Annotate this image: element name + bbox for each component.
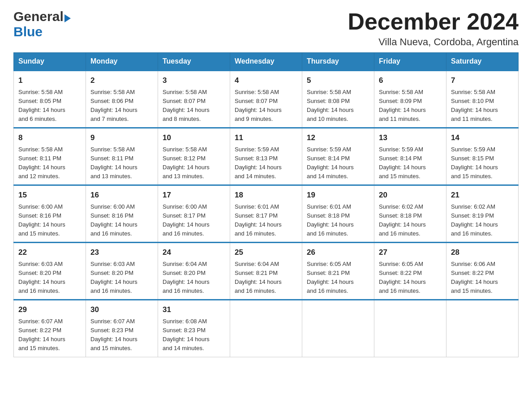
calendar-cell: 22Sunrise: 6:03 AMSunset: 8:20 PMDayligh… — [14, 243, 86, 300]
day-number: 24 — [163, 247, 225, 258]
day-number: 14 — [451, 132, 514, 144]
col-friday: Friday — [374, 53, 446, 71]
day-number: 19 — [307, 189, 369, 201]
day-info: Sunrise: 6:00 AMSunset: 8:17 PMDaylight:… — [163, 202, 225, 239]
day-number: 15 — [18, 189, 81, 201]
day-number: 29 — [18, 304, 81, 316]
calendar-table: Sunday Monday Tuesday Wednesday Thursday… — [13, 52, 519, 357]
calendar-cell: 28Sunrise: 6:06 AMSunset: 8:22 PMDayligh… — [446, 243, 519, 300]
day-info: Sunrise: 5:58 AMSunset: 8:10 PMDaylight:… — [451, 88, 514, 124]
day-number: 3 — [163, 75, 225, 86]
col-thursday: Thursday — [302, 53, 374, 71]
logo-general: General — [13, 9, 64, 24]
day-number: 25 — [235, 247, 297, 258]
calendar-cell: 19Sunrise: 6:01 AMSunset: 8:18 PMDayligh… — [302, 185, 374, 243]
calendar-cell: 7Sunrise: 5:58 AMSunset: 8:10 PMDaylight… — [446, 71, 519, 128]
col-tuesday: Tuesday — [158, 53, 230, 71]
page-header: General Blue December 2024 Villa Nueva, … — [13, 9, 519, 48]
day-info: Sunrise: 5:59 AMSunset: 8:13 PMDaylight:… — [235, 145, 297, 181]
calendar-cell: 24Sunrise: 6:04 AMSunset: 8:20 PMDayligh… — [158, 243, 230, 300]
calendar-cell: 5Sunrise: 5:58 AMSunset: 8:08 PMDaylight… — [302, 71, 374, 128]
day-number: 13 — [379, 132, 442, 144]
day-info: Sunrise: 6:05 AMSunset: 8:21 PMDaylight:… — [307, 260, 369, 296]
day-info: Sunrise: 6:03 AMSunset: 8:20 PMDaylight:… — [90, 260, 153, 296]
day-info: Sunrise: 5:58 AMSunset: 8:07 PMDaylight:… — [163, 88, 225, 124]
calendar-cell: 21Sunrise: 6:02 AMSunset: 8:19 PMDayligh… — [446, 185, 519, 243]
day-number: 22 — [18, 247, 81, 258]
day-info: Sunrise: 5:58 AMSunset: 8:05 PMDaylight:… — [18, 88, 81, 124]
logo-blue: Blue — [13, 24, 43, 39]
day-number: 5 — [307, 75, 369, 86]
day-info: Sunrise: 6:01 AMSunset: 8:17 PMDaylight:… — [235, 202, 297, 239]
day-number: 17 — [163, 189, 225, 201]
day-number: 23 — [90, 247, 153, 258]
day-number: 11 — [235, 132, 297, 144]
calendar-cell: 16Sunrise: 6:00 AMSunset: 8:16 PMDayligh… — [86, 185, 158, 243]
calendar-week-4: 22Sunrise: 6:03 AMSunset: 8:20 PMDayligh… — [14, 243, 519, 300]
day-info: Sunrise: 6:04 AMSunset: 8:21 PMDaylight:… — [235, 260, 297, 296]
calendar-cell: 8Sunrise: 5:58 AMSunset: 8:11 PMDaylight… — [14, 128, 86, 185]
day-number: 12 — [307, 132, 369, 144]
calendar-cell: 12Sunrise: 5:59 AMSunset: 8:14 PMDayligh… — [302, 128, 374, 185]
calendar-week-5: 29Sunrise: 6:07 AMSunset: 8:22 PMDayligh… — [14, 300, 519, 357]
day-number: 2 — [90, 75, 153, 86]
calendar-cell: 1Sunrise: 5:58 AMSunset: 8:05 PMDaylight… — [14, 71, 86, 128]
day-number: 8 — [18, 132, 81, 144]
day-info: Sunrise: 5:59 AMSunset: 8:15 PMDaylight:… — [451, 145, 514, 181]
day-number: 4 — [235, 75, 297, 86]
day-info: Sunrise: 6:00 AMSunset: 8:16 PMDaylight:… — [18, 202, 81, 239]
calendar-cell: 6Sunrise: 5:58 AMSunset: 8:09 PMDaylight… — [374, 71, 446, 128]
calendar-cell: 25Sunrise: 6:04 AMSunset: 8:21 PMDayligh… — [230, 243, 302, 300]
day-number: 27 — [379, 247, 442, 258]
day-info: Sunrise: 6:01 AMSunset: 8:18 PMDaylight:… — [307, 202, 369, 239]
day-number: 7 — [451, 75, 514, 86]
calendar-cell: 23Sunrise: 6:03 AMSunset: 8:20 PMDayligh… — [86, 243, 158, 300]
col-monday: Monday — [86, 53, 158, 71]
calendar-cell — [446, 300, 519, 357]
calendar-week-2: 8Sunrise: 5:58 AMSunset: 8:11 PMDaylight… — [14, 128, 519, 185]
calendar-cell: 13Sunrise: 5:59 AMSunset: 8:14 PMDayligh… — [374, 128, 446, 185]
day-info: Sunrise: 5:58 AMSunset: 8:08 PMDaylight:… — [307, 88, 369, 124]
day-info: Sunrise: 6:06 AMSunset: 8:22 PMDaylight:… — [451, 260, 514, 296]
day-number: 31 — [163, 304, 225, 316]
day-number: 6 — [379, 75, 442, 86]
calendar-cell — [374, 300, 446, 357]
logo-arrow-icon — [64, 14, 71, 22]
day-info: Sunrise: 6:03 AMSunset: 8:20 PMDaylight:… — [18, 260, 81, 296]
calendar-cell: 29Sunrise: 6:07 AMSunset: 8:22 PMDayligh… — [14, 300, 86, 357]
calendar-cell: 20Sunrise: 6:02 AMSunset: 8:18 PMDayligh… — [374, 185, 446, 243]
calendar-cell: 18Sunrise: 6:01 AMSunset: 8:17 PMDayligh… — [230, 185, 302, 243]
calendar-cell: 2Sunrise: 5:58 AMSunset: 8:06 PMDaylight… — [86, 71, 158, 128]
calendar-cell: 14Sunrise: 5:59 AMSunset: 8:15 PMDayligh… — [446, 128, 519, 185]
col-saturday: Saturday — [446, 53, 519, 71]
col-wednesday: Wednesday — [230, 53, 302, 71]
day-info: Sunrise: 5:58 AMSunset: 8:11 PMDaylight:… — [90, 145, 153, 181]
day-info: Sunrise: 6:04 AMSunset: 8:20 PMDaylight:… — [163, 260, 225, 296]
day-number: 28 — [451, 247, 514, 258]
day-info: Sunrise: 6:02 AMSunset: 8:19 PMDaylight:… — [451, 202, 514, 239]
calendar-cell: 11Sunrise: 5:59 AMSunset: 8:13 PMDayligh… — [230, 128, 302, 185]
day-number: 26 — [307, 247, 369, 258]
day-number: 16 — [90, 189, 153, 201]
day-info: Sunrise: 6:00 AMSunset: 8:16 PMDaylight:… — [90, 202, 153, 239]
day-info: Sunrise: 5:58 AMSunset: 8:11 PMDaylight:… — [18, 145, 81, 181]
location-subtitle: Villa Nueva, Cordoba, Argentina — [348, 36, 519, 48]
day-info: Sunrise: 6:08 AMSunset: 8:23 PMDaylight:… — [163, 317, 225, 353]
day-number: 18 — [235, 189, 297, 201]
day-info: Sunrise: 6:07 AMSunset: 8:23 PMDaylight:… — [90, 317, 153, 353]
calendar-week-1: 1Sunrise: 5:58 AMSunset: 8:05 PMDaylight… — [14, 71, 519, 128]
title-block: December 2024 Villa Nueva, Cordoba, Arge… — [348, 9, 519, 48]
day-number: 1 — [18, 75, 81, 86]
calendar-cell: 31Sunrise: 6:08 AMSunset: 8:23 PMDayligh… — [158, 300, 230, 357]
calendar-cell — [230, 300, 302, 357]
logo: General Blue — [13, 9, 71, 39]
day-number: 9 — [90, 132, 153, 144]
col-sunday: Sunday — [14, 53, 86, 71]
calendar-header-row: Sunday Monday Tuesday Wednesday Thursday… — [14, 53, 519, 71]
day-number: 21 — [451, 189, 514, 201]
day-info: Sunrise: 6:05 AMSunset: 8:22 PMDaylight:… — [379, 260, 442, 296]
day-info: Sunrise: 5:58 AMSunset: 8:06 PMDaylight:… — [90, 88, 153, 124]
day-number: 20 — [379, 189, 442, 201]
calendar-cell: 27Sunrise: 6:05 AMSunset: 8:22 PMDayligh… — [374, 243, 446, 300]
day-info: Sunrise: 6:07 AMSunset: 8:22 PMDaylight:… — [18, 317, 81, 353]
